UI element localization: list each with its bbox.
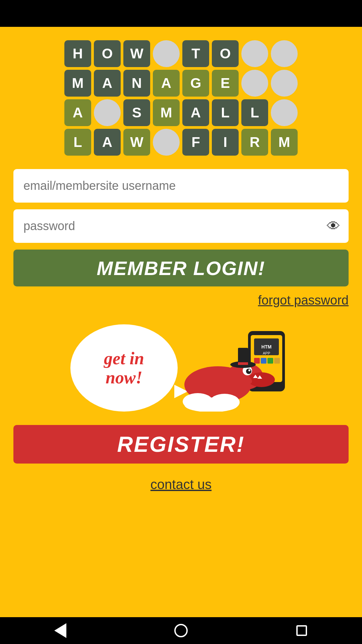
- logo-tile: N: [123, 70, 150, 97]
- status-bar: [0, 0, 362, 27]
- member-login-button[interactable]: MEMBER LOGIN!: [13, 250, 349, 286]
- svg-point-11: [248, 372, 275, 387]
- logo-tile: M: [64, 70, 91, 97]
- logo-tile: [241, 40, 268, 67]
- logo-tile: I: [212, 129, 239, 156]
- mascot-area: HTM APP: [171, 324, 292, 412]
- logo-tile: W: [123, 129, 150, 156]
- password-wrapper: 👁: [13, 209, 349, 243]
- main-content: HOWTOMANAGEASMALLLAWFIRM 👁 MEMBER LOGIN!…: [0, 27, 362, 617]
- recents-icon: [296, 625, 307, 636]
- contact-us-link[interactable]: contact us: [150, 477, 212, 492]
- logo-tile: M: [153, 99, 180, 126]
- logo-tile: F: [182, 129, 209, 156]
- get-in-text-line1: get in: [104, 349, 144, 368]
- password-input[interactable]: [13, 209, 349, 243]
- svg-text:HTM: HTM: [261, 344, 272, 350]
- toggle-password-icon[interactable]: 👁: [327, 219, 340, 234]
- logo-tile: A: [94, 129, 121, 156]
- logo-tile: [153, 129, 180, 156]
- svg-rect-7: [267, 358, 273, 364]
- svg-point-24: [209, 394, 240, 411]
- logo-tile: L: [64, 129, 91, 156]
- svg-rect-6: [261, 358, 266, 364]
- svg-text:APP: APP: [263, 351, 270, 355]
- logo-tile: [271, 40, 298, 67]
- logo-tile: H: [64, 40, 91, 67]
- svg-point-14: [248, 369, 250, 371]
- svg-point-23: [183, 393, 213, 410]
- nav-bar: [0, 617, 362, 644]
- promo-section: get in now! HTM APP: [13, 321, 349, 415]
- logo-tile: W: [123, 40, 150, 67]
- get-in-text-line2: now!: [106, 368, 142, 387]
- logo-tile: [153, 40, 180, 67]
- logo-tile: [271, 70, 298, 97]
- register-button[interactable]: REGISTER!: [13, 425, 349, 464]
- svg-point-13: [246, 369, 251, 374]
- logo-tile: G: [182, 70, 209, 97]
- logo-tile: [271, 99, 298, 126]
- svg-rect-8: [274, 358, 280, 364]
- logo-tile: L: [212, 99, 239, 126]
- recents-button[interactable]: [288, 621, 315, 641]
- logo-tile: E: [212, 70, 239, 97]
- home-icon: [174, 624, 188, 637]
- logo-tile: A: [94, 70, 121, 97]
- svg-rect-5: [254, 358, 260, 364]
- speech-bubble: get in now!: [70, 324, 178, 412]
- back-icon: [54, 623, 66, 638]
- mascot-svg: HTM APP: [171, 324, 292, 412]
- logo-tile: M: [271, 129, 298, 156]
- logo-tile: O: [94, 40, 121, 67]
- home-button[interactable]: [168, 621, 194, 641]
- logo-tile: R: [241, 129, 268, 156]
- logo-tile: S: [123, 99, 150, 126]
- logo-tile: O: [212, 40, 239, 67]
- logo-tile: A: [153, 70, 180, 97]
- forgot-password-section: forgot password: [13, 293, 349, 308]
- back-button[interactable]: [47, 621, 74, 641]
- logo-grid: HOWTOMANAGEASMALLLAWFIRM: [64, 40, 298, 156]
- svg-rect-19: [238, 362, 248, 365]
- logo-tile: A: [64, 99, 91, 126]
- logo-tile: L: [241, 99, 268, 126]
- logo-tile: [94, 99, 121, 126]
- logo-tile: T: [182, 40, 209, 67]
- logo-tile: [241, 70, 268, 97]
- forgot-password-link[interactable]: forgot password: [258, 293, 349, 307]
- email-input[interactable]: [13, 169, 349, 203]
- logo-tile: A: [182, 99, 209, 126]
